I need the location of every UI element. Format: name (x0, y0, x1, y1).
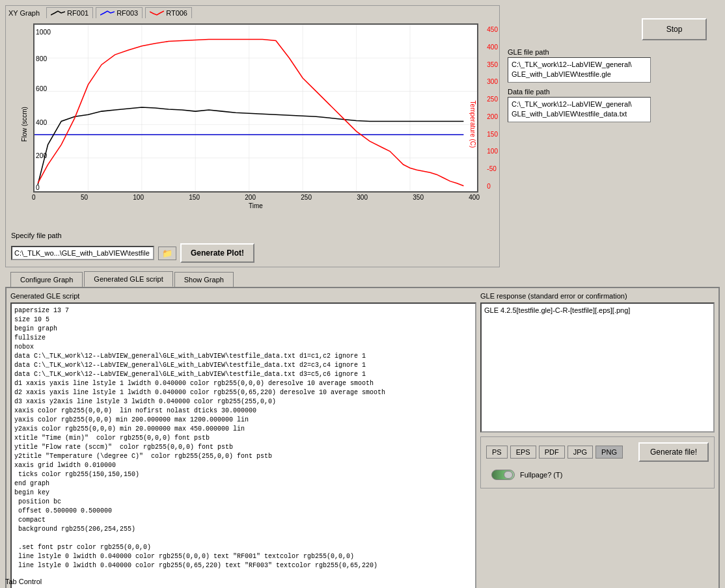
top-section: XY Graph RF001 RF003 (5, 5, 720, 267)
format-row: PS EPS PDF JPG PNG Generate file! (486, 442, 709, 462)
stop-button[interactable]: Stop (642, 18, 707, 40)
y-axis-label: Flow (sccm) (21, 107, 28, 142)
right-panel: Stop GLE file path C:\_TLK_work\12--LabV… (505, 5, 720, 267)
file-paths-section: GLE file path C:\_TLK_work\12--LabVIEW_g… (505, 46, 720, 125)
toggle-knob (504, 471, 513, 479)
x-axis-ticks: 050100150200250300350400 (32, 194, 480, 201)
format-png[interactable]: PNG (595, 446, 623, 459)
svg-text:800: 800 (36, 55, 47, 62)
right-bottom-panel: GLE response (standard error or confirma… (480, 292, 715, 588)
svg-text:400: 400 (36, 119, 47, 126)
fullpage-row: Fullpage? (T) (486, 467, 709, 483)
graph-wrapper: 0 200 400 600 800 1000 Fl (6, 20, 499, 229)
gle-file-path-box: C:\_TLK_work\12--LabVIEW_general\GLE_wit… (508, 57, 651, 83)
graph-title-bar: XY Graph RF001 RF003 (6, 6, 499, 20)
tab-generated-gle-script[interactable]: Generated GLE script (84, 271, 172, 287)
graph-title: XY Graph (8, 9, 40, 17)
format-ps[interactable]: PS (486, 446, 508, 459)
gle-script-title: Generated GLE script (10, 292, 476, 300)
data-file-path-group: Data file path C:\_TLK_work\12--LabVIEW_… (508, 88, 717, 122)
format-jpg[interactable]: JPG (568, 446, 593, 459)
gle-script-panel: Generated GLE script papersize 13 7 size… (10, 292, 476, 588)
y2-axis-ticks: 450 400 350 300 250 200 150 100 -50 0 (487, 26, 498, 190)
rf003-icon (100, 10, 115, 16)
gle-response-section: GLE response (standard error or confirma… (480, 292, 715, 433)
main-container: XY Graph RF001 RF003 (0, 0, 725, 588)
tab-show-graph[interactable]: Show Graph (174, 272, 234, 287)
format-eps[interactable]: EPS (510, 446, 536, 459)
rt006-label: RT006 (166, 9, 187, 17)
format-pdf[interactable]: PDF (539, 446, 565, 459)
generate-file-button[interactable]: Generate file! (638, 442, 709, 462)
y2-axis-label: Temperature (C) (469, 101, 476, 148)
svg-text:600: 600 (36, 85, 47, 92)
graph-svg: 0 200 400 600 800 1000 (34, 25, 477, 191)
tabs-row: Configure Graph Generated GLE script Sho… (5, 271, 720, 287)
gle-response-title: GLE response (standard error or confirma… (480, 292, 715, 300)
gle-script-text: papersize 13 7 size 10 5 begin graph ful… (14, 306, 472, 570)
graph-tab-rf001[interactable]: RF001 (46, 7, 93, 18)
rt006-icon (150, 10, 164, 16)
tab-configure-graph[interactable]: Configure Graph (10, 272, 83, 287)
data-file-path-box: C:\_TLK_work\12--LabVIEW_general\GLE_wit… (508, 97, 651, 122)
gle-file-path-group: GLE file path C:\_TLK_work\12--LabVIEW_g… (508, 48, 717, 83)
graph-area: 0 200 400 600 800 1000 (33, 23, 478, 193)
gle-script-content[interactable]: papersize 13 7 size 10 5 begin graph ful… (10, 302, 476, 588)
graph-tab-rt006[interactable]: RT006 (145, 7, 192, 18)
specify-file-label: Specify file path (11, 232, 62, 239)
x-axis-label: Time (32, 202, 480, 209)
tab-control-label: Tab Control (5, 578, 42, 585)
fullpage-toggle[interactable] (491, 470, 515, 480)
gle-file-path-label: GLE file path (508, 48, 717, 56)
generate-plot-button[interactable]: Generate Plot! (180, 243, 254, 263)
folder-button[interactable]: 📁 (158, 247, 176, 260)
gle-response-text: GLE 4.2.5[testfile.gle]-C-R-[testfile][.… (484, 306, 630, 314)
svg-text:0: 0 (36, 184, 40, 191)
rf001-icon (51, 10, 65, 16)
graph-panel: XY Graph RF001 RF003 (5, 5, 500, 267)
specify-file-row: Specify file path (6, 229, 499, 242)
gle-response-box: GLE 4.2.5[testfile.gle]-C-R-[testfile][.… (480, 302, 715, 433)
file-input-row: 📁 Generate Plot! (6, 242, 499, 267)
svg-text:1000: 1000 (36, 29, 51, 36)
rf001-label: RF001 (67, 9, 89, 17)
data-file-path-label: Data file path (508, 88, 717, 96)
rf003-label: RF003 (116, 9, 138, 17)
graph-tab-rf003[interactable]: RF003 (96, 7, 143, 18)
file-path-input[interactable] (11, 246, 154, 260)
bottom-section: Generated GLE script papersize 13 7 size… (5, 287, 720, 588)
fullpage-label: Fullpage? (T) (520, 471, 562, 479)
generate-file-section: PS EPS PDF JPG PNG Generate file! Fullpa… (480, 436, 715, 488)
